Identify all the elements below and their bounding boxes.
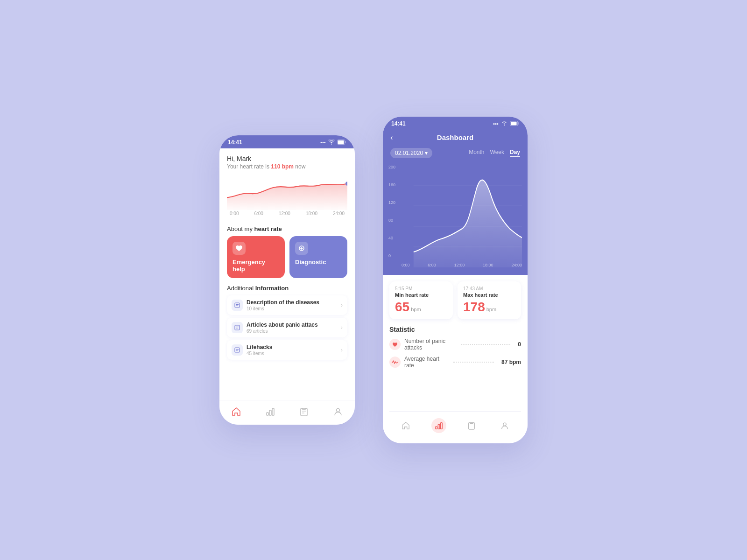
home-icon-2 — [398, 418, 413, 433]
nav-chart-1[interactable] — [260, 405, 281, 418]
dash-header: ‹ Dashboard — [383, 130, 528, 148]
diagnostic-icon — [295, 242, 308, 255]
svg-rect-10 — [235, 348, 240, 352]
svg-rect-4 — [235, 303, 240, 308]
battery-icon-2 — [510, 121, 519, 127]
nav2-home[interactable] — [393, 416, 419, 435]
min-hr-value: 65 bpm — [395, 300, 447, 315]
filter-day[interactable]: Day — [510, 149, 520, 157]
status-bar-2: 14:41 ▪▪▪ — [383, 117, 528, 130]
filter-week[interactable]: Week — [490, 149, 504, 157]
max-hr-label: Max heart rate — [463, 292, 515, 298]
svg-rect-15 — [272, 408, 274, 415]
date-picker[interactable]: 02.01.2020 ▾ — [390, 148, 432, 158]
svg-rect-14 — [269, 410, 271, 415]
chart-x-labels: 0:00 6:00 12:00 18:00 24:00 — [227, 210, 347, 221]
phone1-body: Hi, Mark Your heart rate is 110 bpm now — [219, 148, 355, 423]
header-card: Hi, Mark Your heart rate is 110 bpm now — [219, 148, 355, 221]
hr-suffix: now — [294, 163, 305, 170]
filter-tabs: Month Week Day — [469, 149, 520, 157]
bottom-nav-2 — [389, 411, 521, 441]
chevron-icon-2: › — [341, 347, 343, 353]
chart-container: 200 160 120 80 40 0 — [388, 165, 522, 267]
nav-home-1[interactable] — [226, 405, 247, 418]
date-filter-row: 02.01.2020 ▾ Month Week Day — [383, 148, 528, 165]
phone-2: 14:41 ▪▪▪ ‹ Dashboard — [383, 117, 528, 443]
max-hr-unit: bpm — [486, 307, 496, 312]
max-hr-card: 17:43 AM Max heart rate 178 bpm — [458, 281, 521, 319]
panic-icon — [389, 339, 401, 350]
max-hr-num: 178 — [463, 300, 485, 315]
chevron-icon-0: › — [341, 302, 343, 308]
chart-icon-2 — [431, 418, 446, 433]
phone2-body: ‹ Dashboard 02.01.2020 ▾ Month Week Day … — [383, 130, 528, 441]
min-hr-num: 65 — [395, 300, 409, 315]
stat-heading: Statistic — [389, 326, 521, 333]
nav2-clipboard[interactable] — [458, 416, 485, 435]
min-hr-time: 5:15 PM — [395, 286, 447, 291]
nav-clipboard-1[interactable] — [294, 405, 314, 418]
greeting-text: Hi, Mark — [227, 155, 251, 162]
avg-hr-icon — [389, 357, 401, 368]
svg-rect-6 — [236, 306, 238, 306]
svg-rect-11 — [236, 349, 239, 350]
svg-rect-8 — [236, 327, 239, 327]
list-item[interactable]: Articles about panic attacs 69 articles … — [227, 318, 347, 337]
svg-rect-21 — [511, 121, 517, 125]
time-1: 14:41 — [228, 139, 242, 146]
chart-y-labels: 200 160 120 80 40 0 — [388, 165, 395, 258]
list-icon-0 — [232, 300, 243, 311]
signal-icon-2: ▪▪▪ — [493, 121, 499, 126]
svg-rect-13 — [267, 413, 268, 415]
list-item[interactable]: Lifehacks 45 items › — [227, 340, 347, 360]
list-item[interactable]: Description of the diseases 10 items › — [227, 295, 347, 315]
additional-heading: Additional Information — [219, 283, 355, 295]
stat-item-panic: Number of panic attacks 0 — [389, 338, 521, 351]
signal-icon-1: ▪▪▪ — [320, 140, 326, 145]
nav-person-1[interactable] — [328, 405, 348, 418]
stat-item-avg: Average heart rate 87 bpm — [389, 356, 521, 369]
diagnostic-card[interactable]: Diagnostic — [289, 236, 347, 278]
min-hr-card: 5:15 PM Min heart rate 65 bpm — [389, 281, 453, 319]
panic-value: 0 — [518, 341, 521, 348]
hr-value: 110 bpm — [271, 163, 294, 170]
diagnostic-label: Diagnostic — [295, 259, 342, 266]
svg-rect-27 — [436, 427, 437, 429]
hr-cards: 5:15 PM Min heart rate 65 bpm 17:43 AM M… — [389, 281, 521, 319]
avg-hr-label: Average heart rate — [404, 356, 445, 369]
nav2-chart[interactable] — [426, 416, 452, 435]
person-icon-2 — [497, 418, 512, 433]
hr-text-prefix: Your heart rate is — [227, 163, 271, 170]
clipboard-icon-2 — [464, 418, 479, 433]
svg-point-31 — [503, 423, 506, 426]
status-icons-2: ▪▪▪ — [493, 121, 519, 127]
list-icon-1 — [232, 322, 243, 333]
back-button[interactable]: ‹ — [390, 133, 393, 142]
nav2-person[interactable] — [492, 416, 518, 435]
svg-rect-12 — [236, 350, 238, 351]
battery-icon-1 — [337, 140, 346, 146]
svg-rect-28 — [438, 424, 440, 429]
svg-rect-7 — [235, 325, 240, 330]
max-hr-value: 178 bpm — [463, 300, 515, 315]
emergency-icon — [233, 242, 246, 255]
list-item-content-2: Lifehacks 45 items — [247, 344, 341, 356]
wifi-icon-1 — [328, 140, 335, 146]
filter-month[interactable]: Month — [469, 149, 484, 157]
list-item-content-1: Articles about panic attacs 69 articles — [247, 322, 341, 334]
phone-1: 14:41 ▪▪▪ H — [219, 135, 355, 425]
chevron-down-icon: ▾ — [425, 150, 428, 156]
svg-rect-1 — [338, 140, 344, 143]
dash-title: Dashboard — [437, 133, 473, 141]
svg-rect-5 — [236, 304, 239, 305]
min-hr-label: Min heart rate — [395, 292, 447, 298]
wifi-icon-2 — [501, 121, 507, 127]
panic-label: Number of panic attacks — [404, 338, 454, 351]
emergency-card[interactable]: Emergency help — [227, 236, 285, 278]
list-items: Description of the diseases 10 items › A… — [219, 295, 355, 360]
chevron-icon-1: › — [341, 324, 343, 331]
list-icon-2 — [232, 344, 243, 356]
action-cards: Emergency help Diagnostic — [219, 236, 355, 283]
status-bar-1: 14:41 ▪▪▪ — [219, 135, 355, 148]
stat-items: Number of panic attacks 0 Average heart … — [389, 338, 521, 369]
